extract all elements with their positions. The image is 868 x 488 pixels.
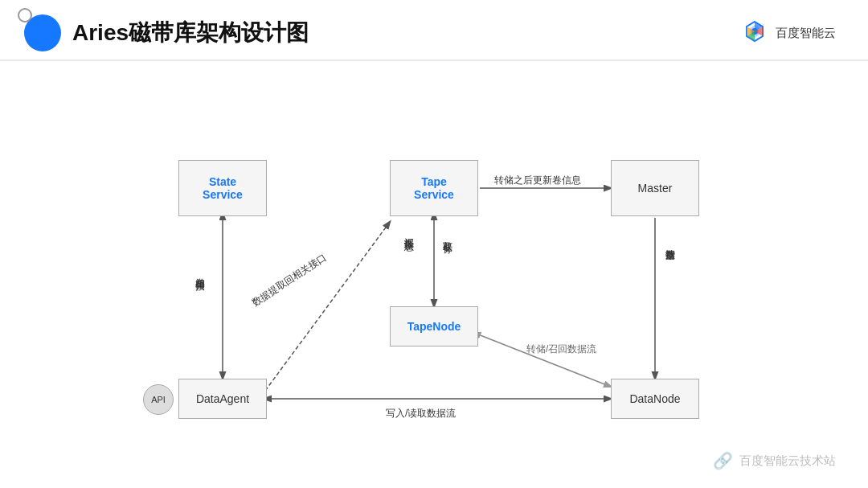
label-dataagent-datanode: 写入/读取数据流 — [386, 407, 456, 420]
diagram: State Service Tape Service Master TapeNo… — [0, 65, 868, 483]
dataagent-box: DataAgent — [178, 379, 267, 419]
watermark-icon: 🔗 — [713, 451, 733, 470]
label-state-dataagent: 卷相关接口 — [193, 270, 207, 274]
label-tapenode-datanode: 转储/召回数据流 — [526, 342, 596, 356]
api-circle: API — [143, 384, 174, 415]
state-service-box: State Service — [178, 160, 267, 216]
logo-icon — [24, 14, 61, 51]
tape-service-box: Tape Service — [390, 160, 478, 216]
label-data-retrieve: 数据提取回相关接口 — [249, 251, 330, 310]
arrows-svg — [0, 65, 868, 483]
watermark: 🔗 百度智能云技术站 — [713, 451, 836, 470]
label-tape-vertical: 汇报任务状态 — [402, 230, 416, 235]
datanode-box: DataNode — [611, 379, 699, 419]
brand-logo: 百度智能云 — [740, 18, 836, 47]
brand-text: 百度智能云 — [776, 26, 836, 41]
label-tape-vertical2: 获取任务 — [440, 234, 454, 237]
tapenode-box: TapeNode — [390, 306, 478, 347]
page-title: Aries磁带库架构设计图 — [72, 18, 309, 48]
brand-icon — [740, 18, 769, 47]
header: Aries磁带库架构设计图 百度智能云 — [0, 0, 868, 61]
svg-line-4 — [265, 222, 390, 391]
header-left: Aries磁带库架构设计图 — [24, 14, 309, 51]
label-tape-master: 转储之后更新卷信息 — [494, 174, 581, 187]
master-box: Master — [611, 160, 699, 216]
label-master-datanode: 清空卷数据 — [663, 242, 677, 355]
watermark-text: 百度智能云技术站 — [739, 453, 836, 469]
